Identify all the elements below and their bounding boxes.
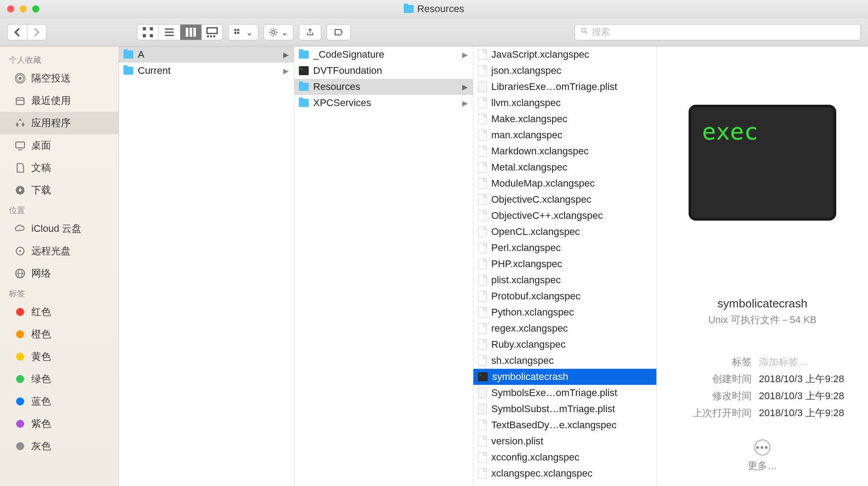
- file-icon: [478, 49, 487, 60]
- column-item[interactable]: ObjectiveC++.xclangspec: [473, 208, 656, 224]
- sidebar-item[interactable]: 蓝色: [0, 390, 119, 413]
- tag-dot-icon: [14, 418, 26, 430]
- column-2: _CodeSignature▶DVTFoundationResources▶XP…: [294, 47, 473, 486]
- tag-dot-icon: [14, 396, 26, 407]
- svg-rect-0: [143, 27, 146, 30]
- column-item[interactable]: DVTFoundation: [294, 63, 473, 79]
- chevron-right-icon: ▶: [462, 99, 468, 107]
- search-box[interactable]: [574, 24, 861, 40]
- sidebar-item-label: 黄色: [31, 350, 51, 363]
- more-section[interactable]: ••• 更多…: [748, 439, 777, 473]
- sidebar-item[interactable]: 下载: [0, 179, 119, 201]
- sidebar-item[interactable]: 绿色: [0, 368, 119, 390]
- sidebar-item[interactable]: 桌面: [0, 134, 119, 157]
- tag-dot-icon: [14, 373, 26, 385]
- maximize-traffic-light[interactable]: [32, 5, 39, 13]
- column-item[interactable]: Markdown.xclangspec: [473, 143, 656, 159]
- column-item[interactable]: Ruby.xclangspec: [473, 337, 656, 353]
- chevron-right-icon: ▶: [462, 83, 468, 91]
- sidebar-item[interactable]: iCloud 云盘: [0, 217, 119, 240]
- titlebar: Resources: [0, 0, 868, 18]
- item-label: ObjectiveC++.xclangspec: [491, 210, 603, 222]
- tags-value[interactable]: 添加标签…: [759, 355, 857, 369]
- gallery-view-button[interactable]: [201, 24, 223, 40]
- sidebar-item[interactable]: 红色: [0, 301, 119, 323]
- column-item[interactable]: SymbolsExe…omTriage.plist: [473, 385, 656, 401]
- sidebar-item[interactable]: 文稿: [0, 157, 119, 179]
- file-icon: [478, 65, 487, 76]
- column-item[interactable]: symbolicatecrash: [473, 369, 656, 385]
- column-item[interactable]: SymbolSubst…mTriage.plist: [473, 401, 656, 417]
- column-item[interactable]: sh.xclangspec: [473, 353, 656, 369]
- svg-rect-12: [210, 35, 212, 37]
- sidebar-item[interactable]: 隔空投送: [0, 67, 119, 90]
- sidebar-item[interactable]: 紫色: [0, 413, 119, 435]
- preview-thumbnail: exec: [689, 105, 836, 221]
- sidebar-item[interactable]: 橙色: [0, 323, 119, 345]
- sidebar-item[interactable]: 黄色: [0, 345, 119, 368]
- column-item[interactable]: XPCServices▶: [294, 95, 473, 111]
- search-input[interactable]: [592, 27, 855, 37]
- column-item[interactable]: Current▶: [119, 63, 294, 79]
- svg-rect-17: [237, 32, 239, 34]
- column-item[interactable]: Protobuf.xclangspec: [473, 288, 656, 304]
- column-item[interactable]: Python.xclangspec: [473, 304, 656, 320]
- file-icon: [478, 194, 487, 205]
- column-item[interactable]: regex.xclangspec: [473, 320, 656, 337]
- column-item[interactable]: _CodeSignature▶: [294, 47, 473, 63]
- view-group: [137, 24, 223, 40]
- airdrop-icon: [14, 72, 26, 84]
- column-item[interactable]: plist.xclangspec: [473, 272, 656, 288]
- sidebar-item[interactable]: 最近使用: [0, 90, 119, 112]
- preview-filename: symbolicatecrash: [718, 297, 808, 311]
- column-item[interactable]: Resources▶: [294, 79, 473, 95]
- sidebar-item[interactable]: 应用程序: [0, 112, 119, 134]
- folder-icon: [299, 83, 309, 91]
- column-item[interactable]: JavaScript.xclangspec: [473, 47, 656, 63]
- arrange-button[interactable]: ⌄: [228, 24, 258, 40]
- action-button[interactable]: ⌄: [264, 24, 294, 40]
- sidebar-item-label: 蓝色: [31, 395, 51, 408]
- sidebar-item[interactable]: 灰色: [0, 435, 119, 457]
- share-button[interactable]: [299, 24, 321, 40]
- forward-button[interactable]: [27, 24, 47, 40]
- tags-button[interactable]: [327, 24, 351, 40]
- list-view-button[interactable]: [158, 24, 180, 40]
- file-icon: [478, 468, 487, 479]
- column-item[interactable]: llvm.xclangspec: [473, 95, 656, 111]
- file-icon: [478, 452, 487, 463]
- minimize-traffic-light[interactable]: [20, 5, 27, 13]
- back-button[interactable]: [7, 24, 27, 40]
- file-icon: [478, 243, 487, 253]
- column-view-button[interactable]: [180, 24, 201, 40]
- chevron-down-icon: ⌄: [246, 27, 253, 38]
- column-item[interactable]: A▶: [119, 47, 294, 63]
- column-item[interactable]: Make.xclangspec: [473, 111, 656, 127]
- column-item[interactable]: json.xclangspec: [473, 63, 656, 79]
- column-item[interactable]: LibrariesExe…omTriage.plist: [473, 79, 656, 95]
- close-traffic-light[interactable]: [7, 5, 14, 13]
- column-item[interactable]: xcconfig.xclangspec: [473, 449, 656, 465]
- sidebar-item[interactable]: 远程光盘: [0, 240, 119, 262]
- plist-icon: [478, 388, 487, 398]
- icon-view-button[interactable]: [137, 24, 158, 40]
- column-item[interactable]: ModuleMap.xclangspec: [473, 175, 656, 192]
- item-label: A: [138, 49, 145, 60]
- column-item[interactable]: man.xclangspec: [473, 127, 656, 143]
- column-item[interactable]: PHP.xclangspec: [473, 256, 656, 272]
- column-item[interactable]: version.plist: [473, 433, 656, 449]
- column-item[interactable]: TextBasedDy…e.xclangspec: [473, 417, 656, 433]
- column-item[interactable]: OpenCL.xclangspec: [473, 224, 656, 240]
- column-item[interactable]: xclangspec.xclangspec: [473, 465, 656, 482]
- modified-value: 2018/10/3 上午9:28: [759, 389, 857, 403]
- sidebar-item[interactable]: 网络: [0, 262, 119, 285]
- item-label: LibrariesExe…omTriage.plist: [491, 81, 617, 93]
- svg-point-19: [582, 28, 586, 32]
- item-label: ModuleMap.xclangspec: [491, 178, 595, 189]
- sidebar-item-label: 绿色: [31, 372, 51, 386]
- column-item[interactable]: Metal.xclangspec: [473, 159, 656, 175]
- svg-rect-2: [143, 34, 146, 37]
- column-item[interactable]: Perl.xclangspec: [473, 240, 656, 256]
- column-item[interactable]: ObjectiveC.xclangspec: [473, 192, 656, 208]
- columns: A▶Current▶ _CodeSignature▶DVTFoundationR…: [119, 47, 868, 486]
